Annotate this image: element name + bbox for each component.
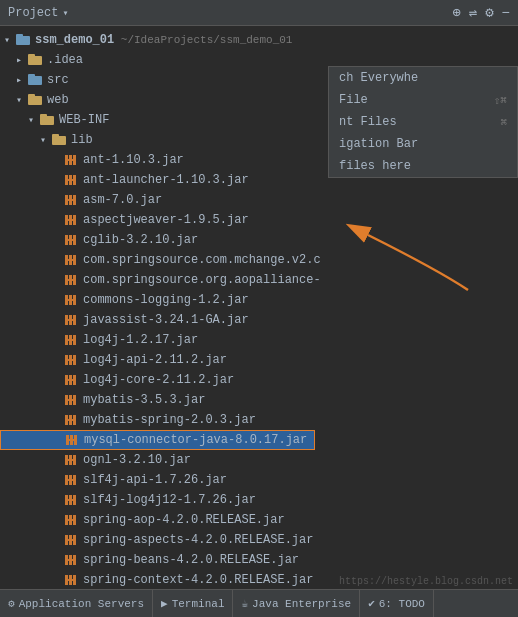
svg-rect-9 [40, 114, 47, 118]
svg-rect-3 [28, 54, 35, 58]
tree-item-commons-logging[interactable]: commons-logging-1.2.jar [0, 290, 320, 310]
gear-icon[interactable]: ⚙ [485, 4, 493, 21]
svg-rect-19 [65, 179, 76, 181]
right-panel: ch Everywhe File ⇧⌘ nt Files ⌘ igation B… [320, 26, 518, 589]
item-label: commons-logging-1.2.jar [83, 293, 249, 307]
svg-rect-99 [65, 579, 76, 581]
tree-item-mybatis[interactable]: mybatis-3.5.3.jar [0, 390, 320, 410]
item-label: aspectjweaver-1.9.5.jar [83, 213, 249, 227]
tree-item-cglib[interactable]: cglib-3.2.10.jar [0, 230, 320, 250]
expand-arrow[interactable] [16, 54, 28, 66]
tree-item-spring-context[interactable]: spring-context-4.2.0.RELEASE.jar [0, 570, 320, 589]
bottom-tab-app-servers[interactable]: ⚙ Application Servers [0, 590, 153, 617]
tree-item-javassist[interactable]: javassist-3.24.1-GA.jar [0, 310, 320, 330]
svg-rect-43 [65, 299, 76, 301]
context-menu[interactable]: ch Everywhe File ⇧⌘ nt Files ⌘ igation B… [328, 66, 518, 178]
tree-item-asm[interactable]: asm-7.0.jar [0, 190, 320, 210]
tree-item-web[interactable]: web [0, 90, 320, 110]
tree-item-aspectjweaver[interactable]: aspectjweaver-1.9.5.jar [0, 210, 320, 230]
expand-arrow[interactable] [16, 74, 28, 86]
item-label: ssm_demo_01 [35, 33, 114, 47]
java-icon: ☕ [241, 597, 248, 610]
svg-rect-75 [65, 459, 76, 461]
svg-rect-35 [65, 259, 76, 261]
item-label: cglib-3.2.10.jar [83, 233, 198, 247]
menu-item-label: File [339, 93, 368, 107]
svg-rect-83 [65, 499, 76, 501]
svg-rect-47 [65, 319, 76, 321]
bottom-bar: ⚙ Application Servers ▶ Terminal ☕ Java … [0, 589, 518, 617]
svg-rect-39 [65, 279, 76, 281]
menu-item-search-everywhere[interactable]: ch Everywhe [329, 67, 517, 89]
tree-item-spring-aspects[interactable]: spring-aspects-4.2.0.RELEASE.jar [0, 530, 320, 550]
item-label: log4j-api-2.11.2.jar [83, 353, 227, 367]
tree-item-webinf[interactable]: WEB-INF [0, 110, 320, 130]
svg-rect-27 [65, 219, 76, 221]
tree-item-spring-beans[interactable]: spring-beans-4.2.0.RELEASE.jar [0, 550, 320, 570]
tree-item-mysql-connector[interactable]: mysql-connector-java-8.0.17.jar [0, 430, 315, 450]
tree-item-src[interactable]: src [0, 70, 320, 90]
tree-item-slf4j-log4j[interactable]: slf4j-log4j12-1.7.26.jar [0, 490, 320, 510]
item-label: spring-aspects-4.2.0.RELEASE.jar [83, 533, 313, 547]
tree-item-ssm-demo-01[interactable]: ssm_demo_01 ~/IdeaProjects/ssm_demo_01 [0, 30, 320, 50]
expand-arrow[interactable] [40, 134, 52, 146]
project-tree[interactable]: ssm_demo_01 ~/IdeaProjects/ssm_demo_01 .… [0, 26, 320, 589]
bottom-tab-todo[interactable]: ✔ 6: TODO [360, 590, 434, 617]
item-label: ant-launcher-1.10.3.jar [83, 173, 249, 187]
item-label: asm-7.0.jar [83, 193, 162, 207]
expand-arrow[interactable] [16, 94, 28, 106]
svg-rect-71 [66, 439, 77, 441]
globe-icon[interactable]: ⊕ [452, 4, 460, 21]
title-bar-icons: ⊕ ⇌ ⚙ − [452, 4, 510, 21]
tree-item-ant[interactable]: ant-1.10.3.jar [0, 150, 320, 170]
menu-item-file[interactable]: File ⇧⌘ [329, 89, 517, 111]
tree-item-spring-aop[interactable]: spring-aop-4.2.0.RELEASE.jar [0, 510, 320, 530]
server-icon: ⚙ [8, 597, 15, 610]
svg-rect-31 [65, 239, 76, 241]
menu-item-label: files here [339, 159, 411, 173]
menu-item-nav-bar[interactable]: igation Bar [329, 133, 517, 155]
main-area: ssm_demo_01 ~/IdeaProjects/ssm_demo_01 .… [0, 26, 518, 589]
svg-rect-91 [65, 539, 76, 541]
minimize-icon[interactable]: − [502, 5, 510, 21]
menu-item-drop-files[interactable]: files here [329, 155, 517, 177]
svg-rect-55 [65, 359, 76, 361]
tree-item-log4j-api[interactable]: log4j-api-2.11.2.jar [0, 350, 320, 370]
tree-item-ant-launcher[interactable]: ant-launcher-1.10.3.jar [0, 170, 320, 190]
bottom-tab-label: 6: TODO [379, 598, 425, 610]
tree-item-slf4j-api[interactable]: slf4j-api-1.7.26.jar [0, 470, 320, 490]
item-label: mybatis-spring-2.0.3.jar [83, 413, 256, 427]
item-label: web [47, 93, 69, 107]
tree-item-lib[interactable]: lib [0, 130, 320, 150]
svg-rect-23 [65, 199, 76, 201]
tree-item-log4j-core[interactable]: log4j-core-2.11.2.jar [0, 370, 320, 390]
expand-arrow[interactable] [4, 34, 16, 46]
item-label: slf4j-api-1.7.26.jar [83, 473, 227, 487]
svg-rect-1 [16, 34, 23, 38]
bottom-tab-label: Java Enterprise [252, 598, 351, 610]
expand-arrow[interactable] [28, 114, 40, 126]
title-bar-left: Project ▾ [8, 6, 68, 20]
bottom-tab-java-enterprise[interactable]: ☕ Java Enterprise [233, 590, 360, 617]
menu-item-recent-files[interactable]: nt Files ⌘ [329, 111, 517, 133]
svg-rect-7 [28, 94, 35, 98]
tree-item-c3p0[interactable]: com.springsource.com.mchange.v2.c3p0-0.9… [0, 250, 320, 270]
terminal-icon: ▶ [161, 597, 168, 610]
bottom-tab-label: Terminal [172, 598, 225, 610]
item-label: spring-beans-4.2.0.RELEASE.jar [83, 553, 299, 567]
svg-rect-63 [65, 399, 76, 401]
tree-item-idea[interactable]: .idea [0, 50, 320, 70]
split-icon[interactable]: ⇌ [469, 4, 477, 21]
tree-item-ognl[interactable]: ognl-3.2.10.jar [0, 450, 320, 470]
chevron-down-icon[interactable]: ▾ [62, 7, 68, 19]
svg-rect-79 [65, 479, 76, 481]
tree-item-aopalliance[interactable]: com.springsource.org.aopalliance-1.0.0.j… [0, 270, 320, 290]
tree-item-log4j[interactable]: log4j-1.2.17.jar [0, 330, 320, 350]
svg-rect-67 [65, 419, 76, 421]
item-label: .idea [47, 53, 83, 67]
bottom-tab-terminal[interactable]: ▶ Terminal [153, 590, 233, 617]
menu-item-label: ch Everywhe [339, 71, 418, 85]
tree-item-mybatis-spring[interactable]: mybatis-spring-2.0.3.jar [0, 410, 320, 430]
item-label: src [47, 73, 69, 87]
svg-rect-95 [65, 559, 76, 561]
